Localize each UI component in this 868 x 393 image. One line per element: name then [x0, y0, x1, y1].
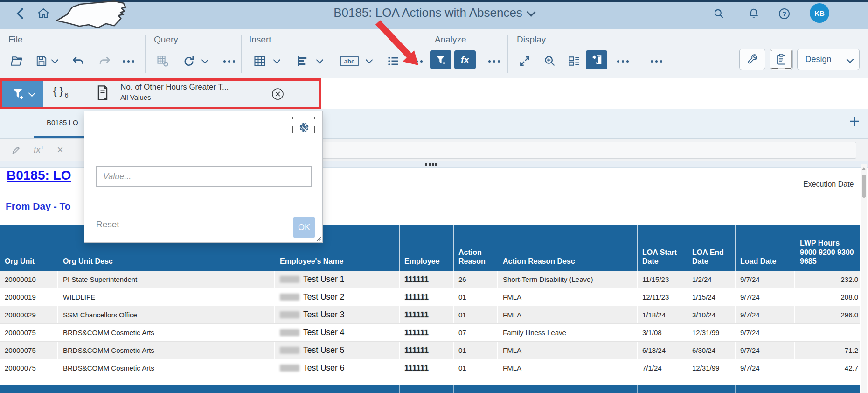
table-cell-employee[interactable]: 111111	[400, 359, 454, 377]
table-cell-lwp_hours[interactable]: 71.2	[795, 342, 860, 359]
home-icon[interactable]	[36, 7, 50, 21]
display-more-icon[interactable]	[615, 53, 631, 69]
cancel-formula-icon[interactable]: ×	[54, 144, 66, 156]
column-header[interactable]: Action Reason Desc	[498, 225, 638, 271]
table-cell-employee[interactable]: 111111	[400, 324, 454, 341]
redo-icon[interactable]	[97, 53, 113, 69]
table-row[interactable]: 20000075BRDS&COMM Cosmetic ArtsTest User…	[0, 324, 860, 342]
insert-table-icon[interactable]	[252, 53, 268, 69]
table-cell-loa_start[interactable]: 3/1/08	[638, 324, 687, 341]
insert-text-chevron-icon[interactable]	[366, 56, 373, 64]
add-report-tab-icon[interactable]	[848, 115, 861, 128]
column-header[interactable]: Org Unit	[0, 225, 58, 271]
design-chevron-down-icon[interactable]	[840, 55, 860, 64]
table-cell-action_reason[interactable]: 07	[454, 324, 498, 341]
table-cell-load_date[interactable]: 9/7/24	[736, 359, 795, 377]
tools-wrench-button[interactable]	[739, 49, 765, 70]
table-cell-action_reason_desc[interactable]: FMLA	[498, 306, 638, 323]
table-cell-action_reason_desc[interactable]: FMLA	[498, 288, 638, 306]
toolbar-overflow-icon[interactable]	[648, 53, 664, 69]
insert-table-chevron-icon[interactable]	[273, 56, 281, 64]
insert-more-icon[interactable]	[409, 53, 424, 69]
ok-button[interactable]: OK	[293, 217, 315, 238]
undo-icon[interactable]	[70, 53, 86, 69]
table-cell-action_reason_desc[interactable]: Family Illness Leave	[498, 324, 638, 341]
search-icon[interactable]	[712, 7, 726, 21]
column-header[interactable]: Action Reason	[454, 225, 498, 271]
query-more-icon[interactable]	[221, 53, 237, 69]
insert-text-cell-icon[interactable]: abc	[339, 53, 360, 69]
table-cell-load_date[interactable]: 9/7/24	[736, 342, 795, 359]
tab-b0185[interactable]: B0185 LO	[47, 119, 78, 126]
save-chevron-down-icon[interactable]	[51, 56, 59, 64]
back-button[interactable]	[13, 7, 27, 21]
table-cell-employee_name[interactable]: Test User 6	[275, 359, 400, 377]
table-cell-action_reason_desc[interactable]: FMLA	[498, 359, 638, 377]
table-row[interactable]: 20000075BRDS&COMM Cosmetic ArtsTest User…	[0, 359, 860, 377]
table-cell-lwp_hours[interactable]: 208.0	[795, 288, 860, 306]
table-cell-org_unit_desc[interactable]: SSM Chancellors Office	[58, 306, 275, 323]
report-title-link[interactable]: B0185: LO	[7, 168, 71, 183]
edit-formula-pencil-icon[interactable]	[10, 144, 22, 156]
table-row[interactable]: 20000010PI State SuperintendentTest User…	[0, 271, 860, 288]
freeze-button-active[interactable]	[586, 50, 607, 69]
refresh-icon[interactable]	[181, 53, 197, 69]
scrollbar-thumb[interactable]	[862, 175, 866, 198]
table-cell-load_date[interactable]: 9/7/24	[736, 324, 795, 341]
remove-filter-icon[interactable]	[271, 88, 284, 100]
table-cell-loa_end[interactable]: 3/10/24	[687, 306, 736, 323]
table-cell-action_reason[interactable]: 01	[454, 306, 498, 323]
table-cell-load_date[interactable]: 9/7/24	[736, 306, 795, 323]
table-cell-loa_start[interactable]: 11/15/23	[638, 271, 687, 288]
table-cell-load_date[interactable]: 9/7/24	[736, 271, 795, 288]
scroll-up-arrow-icon[interactable]	[862, 167, 866, 170]
table-cell-org_unit[interactable]: 20000019	[0, 288, 58, 306]
splitter-drag-handle-icon[interactable]	[425, 163, 437, 166]
table-cell-org_unit[interactable]: 20000029	[0, 306, 58, 323]
column-header[interactable]: LOA Start Date	[638, 225, 687, 271]
table-cell-employee_name[interactable]: Test User 1	[275, 271, 400, 288]
column-header[interactable]: Employee	[400, 225, 454, 271]
table-cell-action_reason[interactable]: 26	[454, 271, 498, 288]
table-cell-org_unit[interactable]: 20000010	[0, 271, 58, 288]
notifications-bell-icon[interactable]	[747, 7, 761, 21]
open-document-icon[interactable]	[8, 53, 24, 69]
refresh-chevron-down-icon[interactable]	[201, 56, 209, 64]
page-structure-icon[interactable]	[566, 53, 582, 69]
document-title[interactable]: B0185: LOA Actions with Absences	[333, 6, 535, 20]
column-header[interactable]: LOA End Date	[687, 225, 736, 271]
table-cell-org_unit_desc[interactable]: BRDS&COMM Cosmetic Arts	[58, 359, 275, 377]
zoom-icon[interactable]	[542, 53, 558, 69]
table-cell-org_unit[interactable]: 20000075	[0, 359, 58, 377]
column-header[interactable]: LWP Hours 9000 9200 9300 9685	[795, 225, 860, 271]
copy-paste-clipboard-button[interactable]	[770, 49, 793, 70]
table-cell-load_date[interactable]: 9/7/24	[736, 288, 795, 306]
vertical-scrollbar[interactable]	[861, 164, 867, 393]
table-cell-org_unit_desc[interactable]: PI State Superintendent	[58, 271, 275, 288]
filter-value-input[interactable]	[96, 166, 312, 187]
table-cell-org_unit[interactable]: 20000075	[0, 342, 58, 359]
formula-button-active[interactable]: fx	[454, 50, 476, 69]
table-cell-employee_name[interactable]: Test User 4	[275, 324, 400, 341]
table-cell-employee_name[interactable]: Test User 5	[275, 342, 400, 359]
variables-badge[interactable]: { } 6	[53, 85, 69, 99]
insert-chart-chevron-icon[interactable]	[316, 56, 324, 64]
table-cell-loa_end[interactable]: 6/30/24	[687, 342, 736, 359]
table-cell-loa_start[interactable]: 6/18/24	[638, 342, 687, 359]
table-cell-lwp_hours[interactable]	[795, 324, 860, 341]
popup-resize-handle[interactable]	[315, 235, 321, 241]
table-cell-employee_name[interactable]: Test User 2	[275, 288, 400, 306]
formula-input[interactable]	[289, 142, 856, 159]
table-cell-lwp_hours[interactable]: 296.0	[795, 306, 860, 323]
table-cell-loa_end[interactable]: 1/2/24	[687, 271, 736, 288]
edit-data-provider-icon[interactable]	[155, 53, 171, 69]
table-cell-org_unit_desc[interactable]: BRDS&COMM Cosmetic Arts	[58, 342, 275, 359]
table-cell-lwp_hours[interactable]: 42.7	[795, 359, 860, 377]
add-filter-button[interactable]	[2, 81, 43, 107]
table-cell-employee[interactable]: 111111	[400, 342, 454, 359]
table-cell-org_unit[interactable]: 20000075	[0, 324, 58, 341]
table-cell-lwp_hours[interactable]: 232.0	[795, 271, 860, 288]
reset-button[interactable]: Reset	[96, 219, 119, 230]
filter-settings-gear-icon[interactable]	[292, 117, 315, 138]
table-cell-employee[interactable]: 111111	[400, 271, 454, 288]
